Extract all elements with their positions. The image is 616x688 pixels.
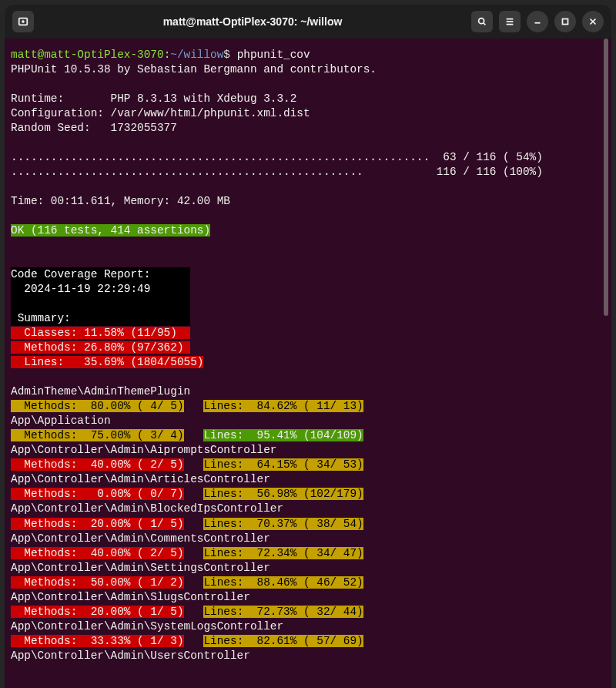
prompt-line: matt@matt-OptiPlex-3070:~/willow$ phpuni… [11, 48, 605, 62]
methods-metric: Methods: 50.00% ( 1/ 2) [11, 576, 184, 589]
controller-name: App\Controller\Admin\UsersController [11, 649, 605, 663]
lines-metric: Lines: 82.61% ( 57/ 69) [203, 635, 363, 647]
summary-classes: Classes: 11.58% (11/95) [11, 327, 190, 339]
seed-line: Random Seed: 1732055377 [11, 121, 605, 136]
summary-lines: Lines: 35.69% (1804/5055) [11, 356, 203, 368]
progress-1: ........................................… [11, 150, 605, 165]
coverage-list: AdminTheme\AdminThemePlugin Methods: 80.… [11, 384, 605, 663]
methods-metric: Methods: 20.00% ( 1/ 5) [11, 518, 184, 530]
svg-rect-2 [563, 19, 568, 25]
coverage-row: Methods: 40.00% ( 2/ 5) Lines: 72.34% ( … [11, 546, 605, 561]
lines-metric: Lines: 64.15% ( 34/ 53) [203, 458, 363, 471]
coverage-row: Methods: 20.00% ( 1/ 5) Lines: 72.73% ( … [11, 605, 605, 619]
terminal-body[interactable]: matt@matt-OptiPlex-3070:~/willow$ phpuni… [5, 39, 611, 688]
summary-label: Summary: [11, 311, 190, 326]
time-memory: Time: 00:11.611, Memory: 42.00 MB [11, 194, 605, 209]
controller-name: App\Controller\Admin\BlockedIpsControlle… [11, 502, 605, 516]
scrollbar[interactable] [604, 39, 608, 316]
titlebar: matt@matt-OptiPlex-3070: ~/willow [5, 5, 611, 39]
methods-metric: Methods: 40.00% ( 2/ 5) [11, 458, 184, 471]
maximize-button[interactable] [554, 11, 576, 32]
prompt-userhost: matt@matt-OptiPlex-3070 [11, 49, 164, 61]
methods-metric: Methods: 33.33% ( 1/ 3) [11, 635, 184, 647]
lines-metric: Lines: 70.37% ( 38/ 54) [203, 518, 363, 530]
coverage-row: Methods: 80.00% ( 4/ 5) Lines: 84.62% ( … [11, 399, 605, 414]
report-header: Code Coverage Report: [11, 267, 190, 282]
new-tab-button[interactable] [12, 11, 34, 32]
coverage-row: Methods: 33.33% ( 1/ 3) Lines: 82.61% ( … [11, 634, 605, 649]
controller-name: App\Application [11, 414, 605, 428]
minimize-button[interactable] [527, 11, 548, 32]
methods-metric: Methods: 40.00% ( 2/ 5) [11, 547, 184, 559]
controller-name: App\Controller\Admin\SettingsController [11, 561, 605, 576]
methods-metric: Methods: 75.00% ( 3/ 4) [11, 429, 184, 441]
prompt-sep: : [164, 49, 171, 61]
lines-metric: Lines: 72.73% ( 32/ 44) [203, 606, 363, 618]
coverage-row: Methods: 50.00% ( 1/ 2) Lines: 88.46% ( … [11, 576, 605, 590]
lines-metric: Lines: 95.41% (104/109) [203, 429, 363, 441]
coverage-row: Methods: 0.00% ( 0/ 7) Lines: 56.98% (10… [11, 487, 605, 502]
close-button[interactable] [582, 11, 604, 32]
prompt-dollar: $ [223, 49, 236, 61]
methods-metric: Methods: 20.00% ( 1/ 5) [11, 606, 184, 618]
search-button[interactable] [471, 11, 493, 32]
svg-point-1 [479, 18, 484, 24]
menu-button[interactable] [499, 11, 521, 32]
window-title: matt@matt-OptiPlex-3070: ~/willow [34, 15, 471, 28]
prompt-cwd: ~/willow [170, 49, 223, 61]
summary-methods: Methods: 26.80% (97/362) [11, 341, 190, 354]
phpunit-version: PHPUnit 10.5.38 by Sebastian Bergmann an… [11, 62, 605, 77]
ok-banner: OK (116 tests, 414 assertions) [11, 224, 210, 237]
controller-name: App\Controller\Admin\AipromptsController [11, 443, 605, 458]
prompt-command: phpunit_cov [237, 49, 310, 61]
methods-metric: Methods: 0.00% ( 0/ 7) [11, 488, 184, 500]
controller-name: App\Controller\Admin\SystemLogsControlle… [11, 619, 605, 634]
report-gap [11, 297, 190, 311]
lines-metric: Lines: 56.98% (102/179) [203, 488, 363, 500]
methods-metric: Methods: 80.00% ( 4/ 5) [11, 400, 184, 412]
controller-name: AdminTheme\AdminThemePlugin [11, 384, 605, 399]
coverage-row: Methods: 40.00% ( 2/ 5) Lines: 64.15% ( … [11, 458, 605, 472]
lines-metric: Lines: 88.46% ( 46/ 52) [203, 576, 363, 589]
runtime-line: Runtime: PHP 8.3.13 with Xdebug 3.3.2 [11, 92, 605, 106]
coverage-row: Methods: 75.00% ( 3/ 4) Lines: 95.41% (1… [11, 428, 605, 443]
progress-2: ........................................… [11, 165, 605, 180]
coverage-row: Methods: 20.00% ( 1/ 5) Lines: 70.37% ( … [11, 517, 605, 532]
controller-name: App\Controller\Admin\ArticlesController [11, 472, 605, 487]
config-line: Configuration: /var/www/html/phpunit.xml… [11, 106, 605, 121]
report-datetime: 2024-11-19 22:29:49 [11, 282, 190, 297]
controller-name: App\Controller\Admin\CommentsController [11, 532, 605, 546]
lines-metric: Lines: 72.34% ( 34/ 47) [203, 547, 363, 559]
lines-metric: Lines: 84.62% ( 11/ 13) [203, 400, 363, 412]
controller-name: App\Controller\Admin\SlugsController [11, 590, 605, 605]
